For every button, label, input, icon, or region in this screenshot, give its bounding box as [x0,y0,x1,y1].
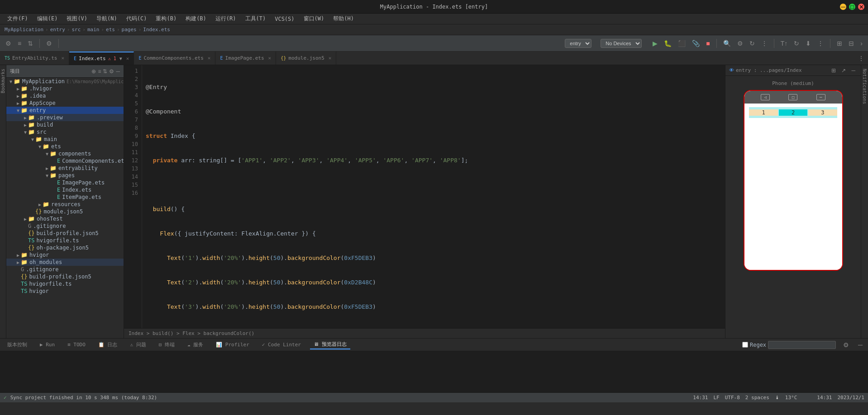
run-button[interactable]: ▶ [651,39,659,48]
tab-more-button[interactable]: ⋮ [854,52,868,65]
tree-ohostest[interactable]: ▶ 📁 ohosTest [6,215,124,222]
attach-button[interactable]: 📎 [690,39,701,48]
tab-log[interactable]: 📋 日志 [95,340,121,349]
tree-hvigor3[interactable]: ▶ TS hvigor [6,288,124,295]
sidebar-plus-icon[interactable]: ⊕ [91,68,96,75]
tab-close-icon[interactable]: ✕ [268,55,272,61]
tree-itempage[interactable]: ▶ E ItemPage.ets [6,193,124,201]
menu-refactor[interactable]: 重构(B) [152,14,180,24]
preview-more-icon[interactable]: ⋮ [816,39,825,48]
log-search-input[interactable] [768,341,836,349]
more-icon[interactable]: ⋮ [759,39,769,48]
breadcrumb-part[interactable]: entry [50,27,65,33]
menu-nav[interactable]: 导航(N) [93,14,121,24]
code-area[interactable]: 1 2 3 4 5 6 7 8 9 10 11 12 13 14 15 16 @… [124,65,725,328]
tab-imagepage[interactable]: E ImagePage.ets ✕ [215,52,276,65]
preview-layout2-icon[interactable]: ⊟ [847,39,856,48]
tree-entryability[interactable]: ▶ 📁 entryability [6,165,124,172]
breadcrumb-part[interactable]: pages [122,27,137,33]
tree-gitignore2[interactable]: ▶ G .gitignore [6,266,124,273]
tree-pages[interactable]: ▼ 📁 pages [6,172,124,179]
tree-main[interactable]: ▼ 📁 main [6,136,124,143]
bottom-minimize-icon[interactable]: ─ [856,340,864,349]
tree-buildprofile2[interactable]: ▶ {} build-profile.json5 [6,273,124,280]
menu-view[interactable]: 视图(V) [63,14,91,24]
breadcrumb-part[interactable]: Index.ets [143,27,170,33]
tree-imagepage[interactable]: ▶ E ImagePage.ets [6,179,124,186]
bottom-settings-icon[interactable]: ⚙ [841,340,851,349]
line-col-indicator[interactable]: 14:31 [693,395,708,401]
menu-run[interactable]: 运行(R) [212,14,240,24]
tab-todo[interactable]: ≡ TODO [64,341,89,349]
tab-profiler[interactable]: 📊 Profiler [212,341,253,349]
tree-preview[interactable]: ▶ 📁 .preview [6,114,124,121]
preview-layout-icon[interactable]: ⊞ [830,66,838,75]
preview-rotate-icon[interactable]: ↻ [792,39,801,48]
tab-previewlog[interactable]: 🖥 预览器日志 [310,340,350,349]
breadcrumb-part[interactable]: ets [106,27,115,33]
tab-commoncomponents[interactable]: E CommonComponents.ets ✕ [134,52,215,65]
tab-close-icon[interactable]: ✕ [126,56,129,61]
indent-indicator[interactable]: 2 spaces [745,395,769,401]
tab-run[interactable]: ▶ Run [36,341,58,349]
tree-ohmodules[interactable]: ▶ 📁 oh_modules [6,259,124,266]
menu-code[interactable]: 代码(C) [123,14,151,24]
tab-terminal[interactable]: ⊡ 终端 [155,340,178,349]
tree-hvigor[interactable]: ▶ 📁 .hvigor [6,85,124,92]
tab-entryability[interactable]: TS EntryAbility.ts ✕ [0,52,69,65]
tree-modulejson[interactable]: ▶ {} module.json5 [6,208,124,215]
sidebar-settings-icon[interactable]: ⚙ [109,68,114,75]
preview-text-icon[interactable]: T↑ [779,39,790,48]
preview-close2-icon[interactable]: ─ [849,66,857,75]
tab-close-icon[interactable]: ✕ [208,55,211,61]
menu-file[interactable]: 文件(F) [4,14,32,24]
debug-button[interactable]: 🐛 [662,39,673,48]
tree-hvigor2[interactable]: ▶ 📁 hvigor [6,251,124,259]
menu-help[interactable]: 帮助(H) [329,14,358,24]
gear-icon[interactable]: ⚙ [735,39,745,48]
tree-gitignore1[interactable]: ▶ G .gitignore [6,222,124,230]
tree-indexets[interactable]: ▶ E Index.ets [6,186,124,193]
tab-service[interactable]: ☁ 服务 [184,340,207,349]
breadcrumb-part[interactable]: main [87,27,100,33]
breadcrumb-part[interactable]: MyApplication [5,27,43,33]
menu-edit[interactable]: 编辑(E) [33,14,62,24]
tab-close-icon[interactable]: ✕ [329,55,332,61]
tab-vcs[interactable]: 版本控制 [4,340,31,349]
minimize-button[interactable]: ─ [840,4,846,10]
tree-ohpackage1[interactable]: ▶ {} oh-package.json5 [6,244,124,251]
sort-icon[interactable]: ⇅ [26,39,35,48]
menu-tools[interactable]: 工具(T) [242,14,270,24]
sidebar-arrow-icon[interactable]: ⇅ [103,68,107,75]
maximize-button[interactable]: □ [849,4,855,10]
regex-checkbox[interactable] [742,342,748,348]
tree-components[interactable]: ▼ 📁 components [6,150,124,157]
stop-button[interactable]: ■ [704,39,711,48]
tab-index[interactable]: E Index.ets ⚠ 1 ▼ ✕ [69,52,134,65]
settings-icon[interactable]: ⚙ [4,39,13,48]
tree-hvigorfile1[interactable]: ▶ TS hvigorfile.ts [6,237,124,244]
tree-build[interactable]: ▶ 📁 build [6,121,124,128]
menu-vcs[interactable]: VCS(S) [271,15,298,23]
entry-select[interactable]: entry [565,39,591,48]
encoding-indicator[interactable]: LF [713,395,719,401]
preview-down-icon[interactable]: ⬇ [804,39,813,48]
tree-buildprofile1[interactable]: ▶ {} build-profile.json5 [6,230,124,237]
tree-hvigorfile2[interactable]: ▶ TS hvigorfile.ts [6,280,124,288]
close-button[interactable]: ✕ [858,4,864,10]
device-select[interactable]: No Devices [601,39,642,48]
tree-src[interactable]: ▼ 📁 src [6,128,124,136]
search-icon[interactable]: 🔍 [721,39,733,48]
menu-build[interactable]: 构建(B) [182,14,210,24]
tab-close-icon[interactable]: ✕ [61,55,64,61]
code-editor[interactable]: 1 2 3 4 5 6 7 8 9 10 11 12 13 14 15 16 @… [124,65,725,338]
tree-idea[interactable]: ▶ 📁 .idea [6,92,124,99]
bookmarks-tab[interactable]: Bookmarks [0,67,6,95]
settings2-icon[interactable]: ⚙ [44,39,54,48]
preview-expand-icon[interactable]: ↗ [839,66,848,75]
tab-modulejson[interactable]: {} module.json5 ✕ [276,52,336,65]
sidebar-list-icon[interactable]: ≡ [98,68,101,75]
code-content[interactable]: @Entry @Component struct Index { private… [142,65,725,328]
notifications-tab[interactable]: Notifications [861,67,868,106]
menu-window[interactable]: 窗口(W) [300,14,328,24]
